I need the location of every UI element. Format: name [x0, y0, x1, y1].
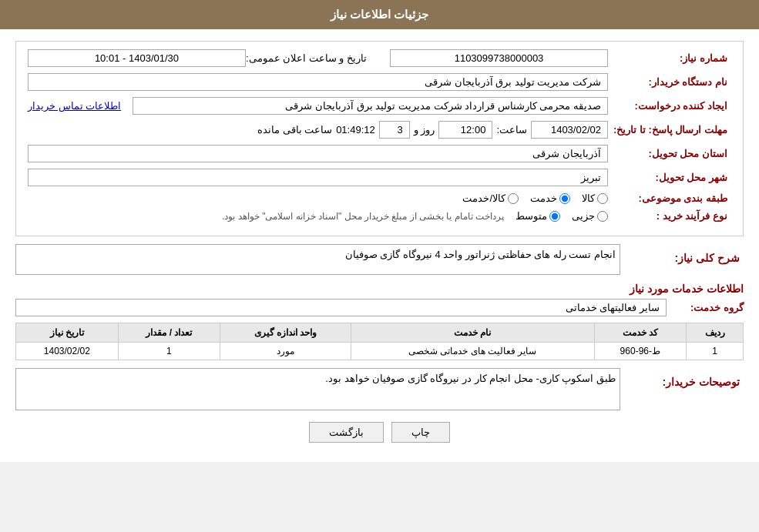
tozihat-label: توصیحات خریدار:: [620, 376, 744, 388]
page-container: جزئیات اطلاعات نیاز شماره نیاز: 11030997…: [0, 0, 759, 462]
radio-jozi-label: جزیی: [572, 210, 595, 222]
ijad-konande-value: صدیقه محرمی کارشناس قرارداد شرکت مدیریت …: [133, 97, 608, 115]
page-title: جزئیات اطلاعات نیاز: [331, 8, 428, 21]
col-radif: ردیف: [687, 323, 744, 343]
ijad-konande-row: ایجاد کننده درخواست: صدیقه محرمی کارشناس…: [28, 97, 731, 115]
tabaqebandi-row: طبقه بندی موضوعی: کالا خدمت کالا/خدمت: [28, 192, 731, 204]
tarikh-pasokh-value: 1403/02/02: [531, 121, 608, 139]
roz-label: روز و: [414, 124, 435, 136]
radio-kala-input[interactable]: [597, 193, 608, 204]
sharh-kolli-row: شرح کلی نیاز: انجام تست رله های حفاظتی ژ…: [15, 244, 744, 275]
radio-kala-khadamat-item: کالا/خدمت: [462, 192, 519, 204]
tozihat-value: طبق اسکوپ کاری- محل انجام کار در نیروگاه…: [15, 368, 620, 410]
shahr-tahvil-value: تبریز: [28, 169, 608, 186]
nam-dastgah-row: نام دستگاه خریدار: شرکت مدیریت تولید برق…: [28, 73, 731, 91]
back-button[interactable]: بازگشت: [309, 422, 384, 443]
tamas-kharida-link[interactable]: اطلاعات تماس خریدار: [28, 100, 121, 112]
radio-jozi-item: جزیی: [572, 210, 608, 222]
noe-farayand-row: نوع فرآیند خرید : جزیی متوسط پرداخت تاما…: [28, 210, 731, 222]
mohlat-ersal-row: مهلت ارسال پاسخ: تا تاریخ: 1403/02/02 سا…: [28, 121, 731, 139]
radio-motovaset-input[interactable]: [549, 211, 560, 222]
col-tedad: تعداد / مقدار: [118, 323, 220, 343]
cell-kod: ط-96-960: [594, 343, 686, 360]
ijad-konande-label: ایجاد کننده درخواست:: [608, 100, 731, 112]
ostan-tahvil-value: آذربایجان شرقی: [28, 145, 608, 162]
tarikh-elan-label: تاریخ و ساعت اعلان عمومی:: [246, 52, 367, 64]
noe-farayand-label: نوع فرآیند خرید :: [608, 210, 731, 222]
tabaqebandi-radio-group: کالا خدمت کالا/خدمت: [28, 192, 608, 204]
ostan-tahvil-label: استان محل تحویل:: [608, 148, 731, 159]
tozihat-row: توصیحات خریدار: طبق اسکوپ کاری- محل انجا…: [15, 368, 744, 410]
cell-nam: سایر فعالیت های خدماتی شخصی: [351, 343, 595, 360]
print-button[interactable]: چاپ: [391, 422, 450, 443]
shomare-niaz-label: شماره نیاز:: [608, 52, 731, 64]
tarikh-elan-value: 1403/01/30 - 10:01: [28, 49, 246, 67]
col-kod: کد خدمت: [594, 323, 686, 343]
tozihat-container: طبق اسکوپ کاری- محل انجام کار در نیروگاه…: [15, 368, 620, 410]
main-form-section: شماره نیاز: 1103099738000003 تاریخ و ساع…: [15, 41, 744, 236]
main-content: شماره نیاز: 1103099738000003 تاریخ و ساع…: [0, 29, 759, 462]
goroh-khadamat-row: گروه خدمت: سایر فعالیتهای خدماتی: [15, 299, 744, 316]
services-table-body: 1 ط-96-960 سایر فعالیت های خدماتی شخصی م…: [16, 343, 744, 360]
baghi-mande-label: ساعت باقی مانده: [257, 124, 332, 136]
nam-dastgah-value: شرکت مدیریت تولید برق آذربایجان شرقی: [28, 73, 608, 91]
services-table: ردیف کد خدمت نام خدمت واحد اندازه گیری ت…: [15, 323, 744, 360]
tabaqebandi-label: طبقه بندی موضوعی:: [608, 192, 731, 204]
saat-value: 12:00: [438, 121, 492, 139]
cell-tarikh: 1403/02/02: [16, 343, 119, 360]
radio-kala-khadamat-label: کالا/خدمت: [462, 192, 505, 204]
cell-tedad: 1: [118, 343, 220, 360]
baghi-mande-value: 01:49:12: [336, 124, 375, 136]
cell-vahed: مورد: [220, 343, 351, 360]
mohlat-ersal-label: مهلت ارسال پاسخ: تا تاریخ:: [608, 124, 731, 136]
nam-dastgah-label: نام دستگاه خریدار:: [608, 76, 731, 88]
radio-kala-label: کالا: [582, 192, 595, 204]
page-header: جزئیات اطلاعات نیاز: [0, 0, 759, 29]
saat-label: ساعت:: [496, 124, 527, 136]
radio-kala-item: کالا: [582, 192, 608, 204]
radio-khadamat-item: خدمت: [530, 192, 570, 204]
table-header-row: ردیف کد خدمت نام خدمت واحد اندازه گیری ت…: [16, 323, 744, 343]
shomare-niaz-value: 1103099738000003: [390, 49, 608, 67]
radio-jozi-input[interactable]: [597, 211, 608, 222]
shomare-niaz-row: شماره نیاز: 1103099738000003 تاریخ و ساع…: [28, 49, 731, 67]
radio-motovaset-item: متوسط: [516, 210, 560, 222]
shahr-tahvil-row: شهر محل تحویل: تبریز: [28, 169, 731, 186]
radio-motovaset-label: متوسط: [516, 210, 547, 222]
col-vahed: واحد اندازه گیری: [220, 323, 351, 343]
radio-khadamat-input[interactable]: [559, 193, 570, 204]
noe-farayand-desc: پرداخت تامام یا بخشی از مبلغ خریدار محل …: [222, 211, 504, 222]
services-table-header: ردیف کد خدمت نام خدمت واحد اندازه گیری ت…: [16, 323, 744, 343]
table-row: 1 ط-96-960 سایر فعالیت های خدماتی شخصی م…: [16, 343, 744, 360]
cell-radif: 1: [687, 343, 744, 360]
button-row: چاپ بازگشت: [15, 422, 744, 443]
noe-farayand-radio-group: جزیی متوسط پرداخت تامام یا بخشی از مبلغ …: [28, 210, 608, 222]
khadamat-section-title: اطلاعات خدمات مورد نیاز: [15, 283, 744, 295]
sharh-kolli-value: انجام تست رله های حفاظتی ژنراتور واحد 4 …: [15, 244, 620, 275]
goroh-khadamat-label: گروه خدمت:: [667, 302, 744, 313]
sharh-kolli-label: شرح کلی نیاز:: [620, 252, 744, 264]
col-tarikh: تاریخ نیاز: [16, 323, 119, 343]
shahr-tahvil-label: شهر محل تحویل:: [608, 172, 731, 183]
col-nam: نام خدمت: [351, 323, 595, 343]
radio-khadamat-label: خدمت: [530, 192, 557, 204]
ostan-tahvil-row: استان محل تحویل: آذربایجان شرقی: [28, 145, 731, 162]
goroh-khadamat-value: سایر فعالیتهای خدماتی: [15, 299, 667, 316]
roz-value: 3: [379, 121, 410, 139]
radio-kala-khadamat-input[interactable]: [508, 193, 519, 204]
